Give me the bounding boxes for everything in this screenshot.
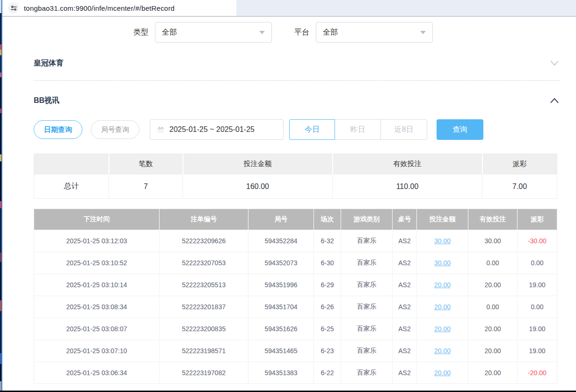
bet-amount-link[interactable]: 20.00 (434, 281, 451, 289)
order-no: 522223209626 (160, 230, 248, 252)
date-range-picker[interactable]: 2025-01-25 ~ 2025-01-25 (150, 119, 284, 140)
game-type: 百家乐 (341, 252, 393, 274)
round-no: 594351626 (248, 318, 314, 340)
valid-bet: 20.00 (468, 340, 518, 362)
summary-payout: 7.00 (482, 174, 557, 199)
bet-amount-link[interactable]: 20.00 (434, 303, 451, 311)
col-header-bet-amount: 投注金额 (417, 209, 468, 230)
valid-bet: 0.00 (468, 296, 518, 318)
platform-filter-label: 平台 (294, 28, 309, 37)
round-no: 594351465 (248, 340, 314, 362)
order-no: 522223207053 (160, 252, 248, 274)
bet-amount-link[interactable]: 30.00 (434, 237, 451, 245)
valid-bet: 20.00 (468, 362, 518, 384)
platform-filter-value: 全部 (323, 28, 338, 37)
bet-time: 2025-01-25 03:10:52 (34, 252, 160, 274)
bet-amount-link[interactable]: 20.00 (434, 369, 451, 377)
valid-bet: 20.00 (468, 274, 518, 296)
payout: -20.00 (518, 362, 557, 384)
payout: 19.00 (518, 274, 557, 296)
table-no: AS2 (393, 318, 417, 340)
col-header-session: 场次 (314, 209, 341, 230)
date-range-value: 2025-01-25 ~ 2025-01-25 (169, 125, 255, 134)
session: 6-25 (314, 318, 341, 340)
order-no: 522223205513 (160, 274, 248, 296)
url-text[interactable]: tongbao31.com:9900/infe/mcenter/#/betRec… (24, 4, 175, 12)
session: 6-26 (314, 296, 341, 318)
col-header-table-no: 桌号 (393, 209, 417, 230)
round-no: 594352073 (248, 252, 314, 274)
bet-time: 2025-01-25 03:10:14 (34, 274, 160, 296)
bet-records-table: 下注时间 注单编号 局号 场次 游戏类别 桌号 投注金额 有效投注 派彩 202… (34, 209, 557, 384)
round-no: 594351704 (248, 296, 314, 318)
col-header-bet-time: 下注时间 (34, 209, 160, 230)
section-bb-video[interactable]: BB视讯 (34, 91, 559, 110)
bet-amount-link[interactable]: 30.00 (434, 259, 451, 267)
game-type: 百家乐 (341, 362, 393, 384)
type-filter-value: 全部 (162, 28, 177, 37)
col-header-valid-bet: 有效投注 (468, 209, 518, 230)
table-no: AS2 (393, 274, 417, 296)
payout: 19.00 (518, 318, 557, 340)
round-no: 594351383 (248, 362, 314, 384)
page-content: 类型 全部 平台 全部 皇冠体育 BB视讯 (2, 18, 576, 391)
date-query-tab[interactable]: 日期查询 (34, 120, 82, 139)
chevron-down-icon[interactable] (550, 60, 559, 66)
summary-bet-amount: 160.00 (183, 174, 333, 199)
round-no: 594352284 (248, 230, 314, 252)
platform-filter-select[interactable]: 全部 (316, 22, 433, 43)
table-row: 2025-01-25 03:07:10 522223198571 5943514… (34, 340, 557, 362)
section-title: BB视讯 (34, 96, 59, 106)
summary-valid-bet: 110.00 (333, 174, 482, 199)
valid-bet: 0.00 (468, 252, 518, 274)
table-row: 2025-01-25 03:10:52 522223207053 5943520… (34, 252, 557, 274)
summary-header-count: 笔数 (109, 154, 183, 174)
payout: 0.00 (518, 296, 557, 318)
browser-top-bar: tongbao31.com:9900/infe/mcenter/#/betRec… (2, 0, 576, 17)
order-no: 522223201837 (160, 296, 248, 318)
bet-time: 2025-01-25 03:07:10 (34, 340, 160, 362)
bet-time: 2025-01-25 03:12:03 (34, 230, 160, 252)
session: 6-23 (314, 340, 341, 362)
dropdown-caret-icon (420, 31, 426, 34)
bet-time: 2025-01-25 03:08:07 (34, 318, 160, 340)
search-button[interactable]: 查询 (437, 119, 483, 140)
game-type: 百家乐 (341, 296, 393, 318)
yesterday-button[interactable]: 昨日 (335, 120, 381, 139)
summary-table: 笔数 投注金额 有效投注 派彩 总计 7 160.00 110.00 7.00 (34, 153, 557, 199)
payout: 0.00 (518, 252, 557, 274)
today-button[interactable]: 今日 (289, 119, 335, 140)
table-no: AS2 (393, 296, 417, 318)
summary-header-bet-amount: 投注金额 (183, 154, 333, 174)
address-bar[interactable]: tongbao31.com:9900/infe/mcenter/#/betRec… (2, 0, 236, 16)
bet-amount-link[interactable]: 20.00 (434, 325, 451, 333)
game-type: 百家乐 (341, 340, 393, 362)
table-row: 2025-01-25 03:08:07 522223200835 5943516… (34, 318, 557, 340)
round-query-tab[interactable]: 局号查询 (91, 120, 139, 139)
valid-bet: 20.00 (468, 318, 518, 340)
bet-amount-link[interactable]: 20.00 (434, 347, 451, 355)
table-row: 2025-01-25 03:08:34 522223201837 5943517… (34, 296, 557, 318)
col-header-round-no: 局号 (248, 209, 314, 230)
screen: tongbao31.com:9900/infe/mcenter/#/betRec… (0, 0, 576, 392)
summary-header-blank (34, 154, 109, 174)
summary-header-row: 笔数 投注金额 有效投注 派彩 (34, 154, 557, 174)
table-no: AS2 (393, 340, 417, 362)
bet-time: 2025-01-25 03:06:34 (34, 362, 160, 384)
chevron-up-icon[interactable] (550, 97, 559, 104)
window-edge (1, 0, 2, 392)
last-8-days-button[interactable]: 近8日 (381, 120, 427, 139)
game-type: 百家乐 (341, 274, 393, 296)
calendar-icon (157, 126, 165, 134)
payout: 19.00 (518, 340, 557, 362)
table-no: AS2 (393, 362, 417, 384)
section-crown-sports[interactable]: 皇冠体育 (34, 54, 559, 73)
section-title: 皇冠体育 (34, 58, 64, 68)
payout: -30.00 (518, 230, 557, 252)
site-settings-icon[interactable] (8, 2, 19, 14)
table-row: 2025-01-25 03:12:03 522223209626 5943522… (34, 230, 557, 252)
summary-total-label: 总计 (34, 174, 109, 199)
query-toolbar: 日期查询 局号查询 2025-01-25 ~ 2025-01-25 今日 昨日 … (34, 119, 559, 140)
bet-time: 2025-01-25 03:08:34 (34, 296, 160, 318)
type-filter-select[interactable]: 全部 (155, 22, 272, 43)
